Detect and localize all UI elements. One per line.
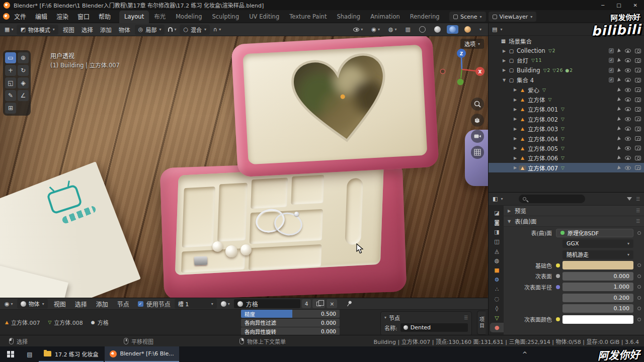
topbar-menu-item[interactable]: 编辑 bbox=[31, 12, 52, 21]
workspace-tab[interactable]: Animation bbox=[365, 11, 405, 23]
topbar-menu-item[interactable]: 渲染 bbox=[52, 12, 73, 21]
properties-search-input[interactable] bbox=[519, 195, 585, 203]
hide-eye-icon[interactable] bbox=[625, 146, 631, 150]
hide-eye-icon[interactable] bbox=[625, 98, 631, 102]
outliner-row[interactable]: ▶ ▲ 立方体.004 ▽ ✓ bbox=[489, 134, 644, 143]
object-properties-tab[interactable]: ■ bbox=[490, 265, 504, 275]
radius-x-field[interactable]: 1.000 bbox=[562, 283, 633, 291]
shading-material-button[interactable] bbox=[447, 25, 458, 34]
xray-toggle[interactable]: ▥ bbox=[403, 25, 413, 35]
hide-eye-icon[interactable] bbox=[625, 166, 631, 170]
outliner-row[interactable]: ▶ ▲ 立方体.002 ▽ ✓ bbox=[489, 114, 644, 124]
outliner-row[interactable]: ▶ ▲ 立方体.003 ▽ ✓ bbox=[489, 124, 644, 134]
base-color-swatch[interactable] bbox=[562, 261, 633, 269]
exclude-checkbox[interactable]: ✓ bbox=[609, 77, 614, 82]
render-camera-icon[interactable] bbox=[635, 136, 641, 141]
breadcrumb-item[interactable]: ● 方格 bbox=[91, 318, 109, 326]
workspace-tab[interactable]: 布光 bbox=[149, 10, 171, 23]
selectable-cursor-icon[interactable] bbox=[617, 146, 621, 150]
maximize-button[interactable]: □ bbox=[616, 3, 621, 8]
sss-color-swatch[interactable] bbox=[562, 315, 633, 324]
render-camera-icon[interactable] bbox=[635, 49, 641, 53]
breadcrumb-item[interactable]: ▲ 立方体.007 bbox=[5, 318, 40, 326]
selectable-cursor-icon[interactable] bbox=[617, 48, 621, 53]
material-properties-tab[interactable]: ● bbox=[490, 323, 504, 332]
viewlayer-selector[interactable]: ViewLayer▾ bbox=[489, 12, 537, 22]
render-properties-tab[interactable]: ◙ bbox=[490, 218, 504, 227]
shading-wireframe-button[interactable] bbox=[417, 25, 428, 34]
breadcrumb-item[interactable]: ▽ 立方体.008 bbox=[48, 318, 83, 326]
outliner-row[interactable]: ▶ ▲ 爱心 ▽ ✓ bbox=[489, 85, 644, 95]
unlink-button[interactable]: × bbox=[327, 299, 337, 308]
selectable-cursor-icon[interactable] bbox=[617, 107, 621, 112]
viewport-menu-item[interactable]: 物体 bbox=[115, 26, 134, 34]
constraints-properties-tab[interactable]: ◊ bbox=[490, 304, 504, 313]
shader-type-selector[interactable]: 物体▾ bbox=[17, 299, 48, 309]
render-camera-icon[interactable] bbox=[635, 87, 641, 92]
minimize-button[interactable]: ─ bbox=[601, 3, 604, 8]
workspace-tab[interactable]: Layout bbox=[119, 11, 149, 23]
tool-rotate[interactable]: ↻ bbox=[18, 65, 29, 76]
material-name-field[interactable]: 方格 bbox=[234, 299, 300, 308]
subsurface-slider[interactable]: 0.000 bbox=[562, 272, 633, 281]
shader-menu-item[interactable]: 节点 bbox=[113, 300, 134, 308]
expand-caret-icon[interactable]: ▶ bbox=[512, 165, 519, 170]
node-input-slider[interactable]: 各向异性旋转 0.000 bbox=[241, 327, 340, 335]
selectable-cursor-icon[interactable] bbox=[617, 58, 621, 63]
outliner-row[interactable]: ▶ ▢ 台灯 ▽11 ✓ bbox=[489, 56, 644, 65]
keyframe-dot[interactable] bbox=[636, 296, 642, 300]
expand-caret-icon[interactable]: ▶ bbox=[512, 117, 519, 121]
panel-caret-icon[interactable]: ▾ bbox=[384, 315, 386, 320]
shader-canvas[interactable]: ▲ 立方体.007 ▽ 立方体.008 ● 方格 糙度 0.500 各向异性过滤… bbox=[0, 310, 488, 335]
keyframe-dot[interactable] bbox=[636, 285, 642, 289]
hide-eye-icon[interactable] bbox=[625, 117, 631, 121]
exclude-checkbox[interactable]: ✓ bbox=[609, 68, 614, 73]
close-button[interactable]: ✕ bbox=[633, 3, 637, 8]
hide-eye-icon[interactable] bbox=[625, 156, 631, 160]
3d-viewport[interactable]: ▭⊕+↻◱◈✎∠⊞ 用户透视 (1) Building | 立方体.007 选项… bbox=[0, 36, 488, 298]
tool-select-box[interactable]: ▭ bbox=[5, 52, 16, 63]
blender-menu-icon[interactable] bbox=[3, 13, 10, 20]
hide-eye-icon[interactable] bbox=[625, 127, 631, 131]
keyframe-dot[interactable] bbox=[636, 307, 642, 310]
render-camera-icon[interactable] bbox=[635, 127, 641, 131]
workspace-tab[interactable]: Texture Paint bbox=[284, 11, 332, 23]
render-camera-icon[interactable] bbox=[635, 107, 641, 112]
new-material-button[interactable] bbox=[312, 299, 325, 308]
selectable-cursor-icon[interactable] bbox=[617, 126, 621, 131]
workspace-tab[interactable]: Rendering bbox=[405, 11, 445, 23]
topbar-menu-item[interactable]: 帮助 bbox=[94, 12, 115, 21]
tool-move[interactable]: + bbox=[5, 65, 16, 76]
expand-caret-icon[interactable]: ▼ bbox=[501, 78, 508, 82]
tool-transform[interactable]: ◈ bbox=[18, 77, 29, 88]
object-data-properties-tab[interactable]: ▽ bbox=[490, 313, 504, 323]
shader-menu-item[interactable]: 视图 bbox=[49, 300, 70, 308]
expand-caret-icon[interactable]: ▶ bbox=[512, 87, 519, 92]
render-camera-icon[interactable] bbox=[635, 156, 641, 160]
scene-properties-tab[interactable]: ◬ bbox=[490, 246, 504, 256]
shading-solid-button[interactable] bbox=[432, 25, 443, 34]
mode-selector[interactable]: ◩ 物体模式▾ bbox=[17, 25, 58, 35]
render-camera-icon[interactable] bbox=[635, 78, 641, 82]
material-slot-selector[interactable]: 槽 1▾ bbox=[175, 299, 217, 309]
visibility-dropdown[interactable]: ▾ bbox=[351, 25, 365, 35]
outliner-row[interactable]: ▶ ▲ 立方体.007 ▽ ✓ bbox=[489, 163, 644, 172]
pan-hand-button[interactable] bbox=[471, 114, 484, 127]
distribution-dropdown[interactable]: GGX▾ bbox=[562, 239, 633, 248]
camera-view-button[interactable] bbox=[471, 130, 484, 143]
node-input-slider[interactable]: 糙度 0.500 bbox=[241, 310, 340, 318]
navigation-gizmo[interactable]: Z X bbox=[437, 45, 487, 94]
expand-caret-icon[interactable]: ▶ bbox=[501, 58, 508, 63]
selectable-cursor-icon[interactable] bbox=[617, 156, 621, 160]
sss-method-dropdown[interactable]: 随机游走▾ bbox=[562, 250, 633, 259]
workspace-tab[interactable]: Modeling bbox=[171, 11, 207, 23]
shader-menu-item[interactable]: 添加 bbox=[92, 300, 113, 308]
render-camera-icon[interactable] bbox=[635, 165, 641, 170]
hide-eye-icon[interactable] bbox=[625, 68, 631, 72]
selectable-cursor-icon[interactable] bbox=[617, 87, 621, 92]
expand-caret-icon[interactable]: ▶ bbox=[512, 146, 519, 150]
particles-properties-tab[interactable]: ∴ bbox=[490, 285, 504, 294]
hide-eye-icon[interactable] bbox=[625, 107, 631, 111]
viewport-menu-item[interactable]: 添加 bbox=[97, 26, 115, 34]
bsdf-shader-button[interactable]: 原理化BSDF bbox=[556, 229, 633, 237]
